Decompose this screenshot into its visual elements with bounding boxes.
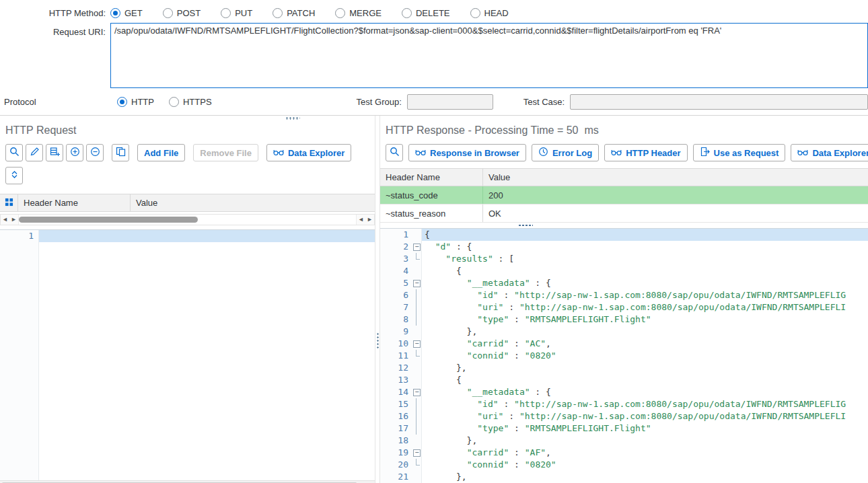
scroll-left-icon[interactable]: ◄ [1,215,9,225]
code-text: { [422,374,868,386]
protocol-radio-https[interactable]: HTTPS [169,97,212,107]
form-splitter-handle[interactable] [285,117,300,120]
response-body-editor[interactable]: 1{2 "d" : {3 "results" : [4 {5 "__metada… [380,228,868,483]
request-toolbar: Add File Remove File Data Explorer [0,143,375,163]
magnifier-icon [9,147,20,159]
protocol-radio-http[interactable]: HTTP [117,97,154,107]
header-name-column: Header Name [380,169,483,186]
code-line: 2 "d" : { [380,241,868,253]
method-radio-patch[interactable]: PATCH [273,8,315,18]
select-all-cell[interactable] [0,194,18,211]
code-line: 5 "__metadata" : { [380,277,868,289]
response-zoom-button[interactable] [386,144,403,161]
response-header-row[interactable]: ~status_code200 [380,186,868,205]
code-line: 12 }, [380,362,868,374]
radio-label: PUT [235,8,252,18]
test-case-input[interactable] [570,94,868,110]
pencil-icon [30,147,40,159]
panel-splitter[interactable] [375,116,380,483]
magnifier-icon [390,147,400,159]
request-response-split: HTTP Request Add File [0,115,868,483]
radio-label: GET [124,8,143,18]
fold-toggle-icon[interactable] [411,338,422,350]
code-line: 10 "carrid" : "AC", [380,338,868,350]
header-name-cell: ~status_code [380,186,483,204]
request-toolbar-row2 [0,163,375,188]
scroll-left-icon[interactable]: ◄ [357,215,365,225]
request-config-form: HTTP Method: GETPOSTPUTPATCHMERGEDELETEH… [0,5,868,115]
add-file-button[interactable]: Add File [137,144,185,161]
fold-toggle-icon[interactable] [411,447,422,459]
copy-headers-button[interactable] [112,144,129,161]
edit-button[interactable] [26,144,43,161]
remove-row-button[interactable] [86,144,104,161]
code-text: "results" : [ [422,253,868,265]
radio-label: DELETE [416,8,450,18]
code-line: 7 "uri" : "http://sap-nw-1.sap.com:8080/… [380,301,868,313]
fold-toggle-icon[interactable] [411,241,422,253]
line-number: 5 [380,277,411,289]
method-radio-post[interactable]: POST [163,8,201,18]
code-line: 1{ [380,229,868,241]
remove-file-button[interactable]: Remove File [193,144,258,161]
add-file-label: Add File [144,148,178,158]
scrollbar-thumb[interactable] [19,217,198,223]
radio-label: HEAD [484,8,509,18]
test-group-input[interactable] [407,94,493,110]
request-body-editor[interactable]: 1 [0,229,375,483]
code-line: 6 "id" : "http://sap-nw-1.sap.com:8080/s… [380,289,868,301]
code-line: 11 "connid" : "0820" [380,350,868,362]
method-radio-get[interactable]: GET [110,8,143,18]
request-data-explorer-button[interactable]: Data Explorer [266,144,352,161]
fold-guide [411,374,422,386]
header-value-cell: 200 [483,186,868,204]
code-text: "__metadata" : { [422,277,868,289]
use-as-request-button[interactable]: Use as Request [693,144,786,161]
radio-label: MERGE [349,8,382,18]
method-radio-delete[interactable]: DELETE [402,8,450,18]
code-text: "carrid" : "AF", [422,447,868,459]
line-number: 13 [380,374,411,386]
fold-toggle-icon[interactable] [411,386,422,398]
line-number: 14 [380,386,411,398]
code-line: 3 "results" : [ [380,253,868,265]
response-in-browser-button[interactable]: Response in Browser [408,144,526,161]
fold-guide [411,471,422,483]
radio-circle-icon [221,8,231,18]
line-number: 17 [380,422,411,435]
error-log-button[interactable]: Error Log [532,144,599,161]
glasses-icon [797,147,808,158]
fold-guide [411,313,422,326]
data-explorer-label: Data Explorer [288,148,345,158]
add-row-button[interactable] [66,144,83,161]
fold-toggle-icon[interactable] [411,277,422,289]
http-header-button[interactable]: HTTP Header [604,144,687,161]
line-number: 4 [380,265,411,277]
sash-handle-icon[interactable] [518,224,533,227]
scroll-right-icon[interactable]: ► [9,215,18,225]
scrollbar-track[interactable] [18,215,357,225]
fold-guide [411,422,422,435]
code-line: 1 [0,230,375,242]
method-radio-head[interactable]: HEAD [470,8,509,18]
fold-guide [411,265,422,277]
fold-guide [411,398,422,410]
response-header-row[interactable]: ~status_reasonOK [380,205,868,223]
expand-collapse-icon [9,170,20,182]
response-data-explorer-button[interactable]: Data Explorer [791,144,868,161]
http-method-radio-group: GETPOSTPUTPATCHMERGEDELETEHEAD [110,8,509,18]
response-headers-header-row: Header Name Value [380,168,868,186]
error-log-label: Error Log [552,148,592,158]
zoom-button[interactable] [5,144,23,161]
request-uri-input[interactable]: /sap/opu/odata/IWFND/RMTSAMPLEFLIGHT/Fli… [110,23,868,88]
request-uri-label: Request URI: [0,23,110,37]
remove-file-label: Remove File [200,148,252,158]
scroll-right-icon[interactable]: ► [365,215,374,225]
insert-header-row-button[interactable] [46,144,63,161]
method-radio-merge[interactable]: MERGE [335,8,382,18]
toggle-header-section-button[interactable] [5,167,23,184]
test-case-label: Test Case: [523,97,565,107]
fold-guide [411,410,422,422]
method-radio-put[interactable]: PUT [221,8,252,18]
code-line: 20 "connid" : "0820" [380,459,868,471]
